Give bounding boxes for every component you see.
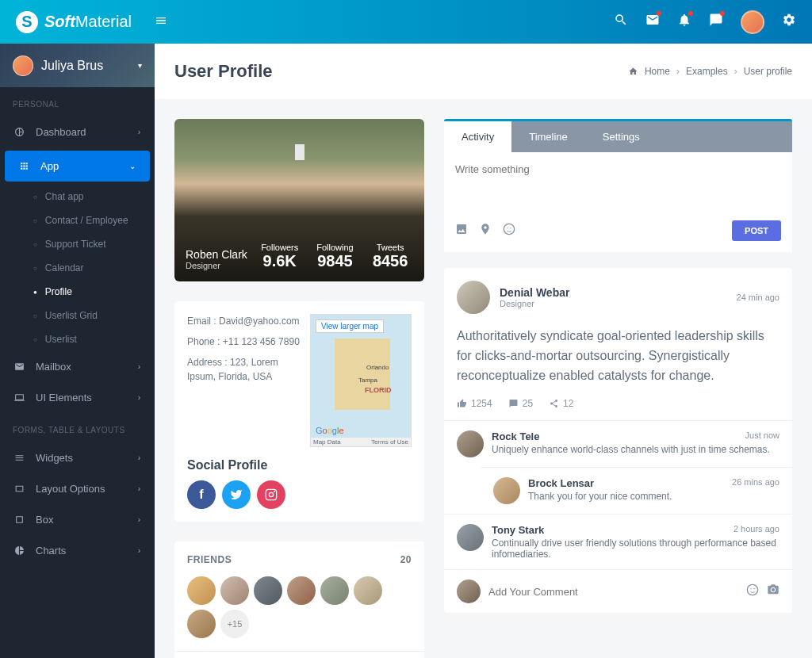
brand-logo[interactable]: S SoftMaterial — [16, 11, 155, 33]
my-avatar — [457, 580, 481, 603]
comment-avatar[interactable] — [457, 430, 484, 457]
comment-text: Continually drive user friendly solution… — [492, 537, 779, 560]
post-text: Authoritatively syndicate goal-oriented … — [444, 327, 792, 398]
tab-settings[interactable]: Settings — [585, 121, 657, 152]
map-terms-link[interactable]: Terms of Use — [371, 438, 408, 446]
compose-input[interactable] — [455, 163, 781, 211]
sidebar-item-layout[interactable]: Layout Options› — [0, 473, 155, 504]
location-icon[interactable] — [479, 223, 492, 239]
comment-text: Thank you for your nice comment. — [528, 491, 779, 502]
sidebar-section-personal: PERSONAL — [0, 87, 155, 117]
topbar: S SoftMaterial — [0, 0, 812, 44]
svg-point-3 — [504, 224, 514, 234]
info-address: Address : 123, Lorem Ipsum, Florida, USA — [187, 355, 302, 384]
sidebar-sub-userlist-grid[interactable]: Userlist Grid — [0, 304, 155, 327]
sidebar-item-app[interactable]: App⌄ — [5, 151, 150, 182]
label: Dashboard — [36, 126, 86, 138]
map-city-orlando: Orlando — [366, 364, 389, 371]
val: 9845 — [312, 252, 358, 270]
chat-badge — [720, 11, 725, 16]
sidebar-sub-contact[interactable]: Contact / Employee — [0, 208, 155, 232]
comment-input[interactable] — [488, 586, 738, 598]
post-avatar[interactable] — [457, 281, 490, 314]
map-state: FLORID — [365, 386, 392, 394]
chat-icon[interactable] — [709, 13, 723, 31]
lbl: Email : — [187, 316, 216, 327]
sidebar-sub-profile[interactable]: Profile — [0, 280, 155, 304]
gear-icon[interactable] — [782, 13, 796, 31]
friend-avatar[interactable] — [220, 576, 249, 605]
friends-count: 20 — [400, 554, 412, 565]
label: App — [40, 160, 59, 172]
friend-avatar[interactable] — [287, 576, 316, 605]
sidebar-user[interactable]: Juliya Brus ▾ — [0, 44, 155, 87]
post-author[interactable]: Denial Webar — [500, 286, 569, 299]
friend-avatar[interactable] — [187, 576, 216, 605]
friend-avatar[interactable] — [354, 576, 382, 605]
svg-point-7 — [750, 588, 751, 589]
sidebar-item-charts[interactable]: Charts› — [0, 535, 155, 566]
shares[interactable]: 12 — [549, 398, 573, 409]
friends-more[interactable]: +15 — [220, 610, 249, 638]
svg-point-1 — [269, 492, 273, 496]
chevron-right-icon: › — [138, 362, 140, 371]
sidebar-item-dashboard[interactable]: Dashboard› — [0, 117, 155, 147]
map-widget[interactable]: View larger map Orlando Tampa FLORID Goo… — [310, 314, 412, 447]
sidebar-item-ui[interactable]: UI Elements› — [0, 382, 155, 413]
comments[interactable]: 25 — [508, 398, 533, 409]
sidebar-sub-ticket[interactable]: Support Ticket — [0, 232, 155, 256]
map-google-logo: Google — [316, 426, 344, 435]
sidebar-section-forms: FORMS, TABLE & LAYOUTS — [0, 413, 155, 442]
crumb-home[interactable]: Home — [645, 66, 670, 77]
comment-avatar[interactable] — [457, 524, 484, 551]
sidebar: Juliya Brus ▾ PERSONAL Dashboard› App⌄ C… — [0, 44, 155, 658]
lbl: Tweets — [367, 243, 413, 252]
post-button[interactable]: POST — [732, 220, 781, 241]
emoji-icon[interactable] — [746, 583, 759, 599]
hero-name-block: Roben Clark Designer — [186, 248, 247, 270]
lbl: Followers — [257, 243, 303, 252]
mail-icon[interactable] — [645, 13, 660, 31]
friends-card: FRIENDS20 +15 INVITE PEOPLE — [174, 541, 424, 658]
search-icon[interactable] — [614, 13, 628, 31]
val: 1254 — [471, 398, 492, 409]
twitter-icon[interactable] — [222, 480, 251, 509]
comment-author[interactable]: Tony Stark — [492, 524, 544, 536]
comment-author[interactable]: Brock Lensar — [528, 477, 594, 489]
main: User Profile Home › Examples › User prof… — [155, 44, 812, 658]
comment: Tony Stark2 hours agoContinually drive u… — [444, 514, 792, 569]
comment-time: 26 mins ago — [732, 477, 779, 489]
camera-icon[interactable] — [767, 583, 779, 599]
emoji-icon[interactable] — [503, 223, 515, 239]
sidebar-sub-calendar[interactable]: Calendar — [0, 256, 155, 280]
crumb-examples[interactable]: Examples — [686, 66, 728, 77]
friend-avatar[interactable] — [187, 610, 216, 638]
sidebar-item-mailbox[interactable]: Mailbox› — [0, 351, 155, 382]
post-time: 24 min ago — [737, 293, 779, 302]
val: 8456 — [367, 252, 413, 270]
map-view-larger[interactable]: View larger map — [316, 319, 384, 333]
map-data-link[interactable]: Map Data — [313, 438, 341, 446]
comment-avatar[interactable] — [493, 477, 520, 504]
friend-avatar[interactable] — [320, 576, 349, 605]
sidebar-sub-chat[interactable]: Chat app — [0, 185, 155, 208]
instagram-icon[interactable] — [257, 480, 285, 509]
friend-avatar[interactable] — [254, 576, 282, 605]
label: Layout Options — [36, 483, 105, 495]
image-icon[interactable] — [455, 223, 468, 239]
comment-author[interactable]: Rock Tele — [492, 430, 539, 442]
sidebar-sub-userlist[interactable]: Userlist — [0, 327, 155, 351]
bell-icon[interactable] — [677, 13, 691, 31]
tab-timeline[interactable]: Timeline — [511, 121, 585, 152]
menu-toggle-icon[interactable] — [155, 14, 167, 30]
tab-activity[interactable]: Activity — [444, 121, 511, 152]
info-phone: Phone : +11 123 456 7890 — [187, 335, 302, 349]
topbar-avatar[interactable] — [741, 10, 764, 34]
sidebar-item-box[interactable]: Box› — [0, 504, 155, 535]
likes[interactable]: 1254 — [457, 398, 492, 409]
facebook-icon[interactable]: f — [187, 480, 216, 509]
sidebar-item-widgets[interactable]: Widgets› — [0, 442, 155, 473]
svg-point-5 — [510, 228, 511, 228]
val: +11 123 456 7890 — [223, 336, 300, 347]
chevron-right-icon: › — [138, 515, 140, 524]
